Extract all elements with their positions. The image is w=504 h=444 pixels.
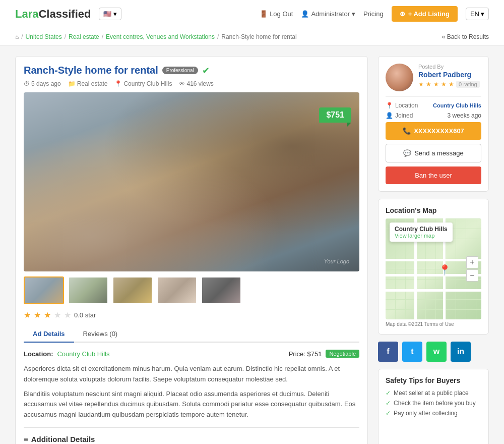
breadcrumb-country[interactable]: United States: [26, 33, 62, 40]
thumb-image-5: [202, 278, 240, 303]
location-label: Location:: [24, 350, 53, 358]
flag-button[interactable]: 🇺🇸 ▾: [99, 8, 121, 20]
location-pin-icon: 📍: [114, 80, 122, 87]
zoom-out-button[interactable]: −: [466, 269, 478, 282]
location-value[interactable]: Country Club Hills: [57, 350, 109, 358]
star-5: ★: [64, 310, 71, 320]
safety-card: Safety Tips for Buyers ✓ Meet seller at …: [378, 369, 489, 444]
sidebar-column: Posted By Robert Padberg ★ ★ ★ ★ ★ 0 rat…: [378, 56, 489, 444]
poster-name[interactable]: Robert Padberg: [418, 71, 480, 79]
map-overlay-box: Country Club Hills View larger map: [390, 223, 453, 242]
tab-reviews[interactable]: Reviews (0): [74, 326, 127, 343]
message-icon: 💬: [403, 149, 411, 157]
star-2: ★: [34, 310, 41, 320]
facebook-icon: f: [387, 347, 389, 356]
rating-row: ★ ★ ★ ★ ★ 0 rating: [418, 81, 480, 88]
chevron-down-icon: ▾: [481, 10, 484, 18]
tab-ad-details[interactable]: Ad Details: [24, 326, 74, 343]
check-icon-2: ✓: [386, 400, 391, 407]
posted-by-label: Posted By: [418, 64, 480, 70]
breadcrumb-subcategory[interactable]: Event centres, Venues and Workstations: [106, 33, 215, 40]
description-p2: Blanditiis voluptatum nesciunt sint magn…: [24, 389, 359, 420]
star-1: ★: [24, 310, 31, 320]
location-price-row: Location: Country Club Hills Price: $751…: [24, 350, 359, 358]
logo-classified: Classified: [38, 8, 91, 21]
home-icon[interactable]: ⌂: [15, 33, 19, 40]
thumbnail-3[interactable]: [112, 276, 153, 304]
thumb-image-1: [25, 278, 63, 303]
listing-description: Asperiores dicta sit et exercitationem m…: [24, 364, 359, 420]
location-info-label: 📍 Location: [386, 102, 418, 109]
twitter-icon: t: [411, 347, 413, 356]
negotiable-badge: Negotiable: [326, 350, 359, 358]
logout-link[interactable]: 🚪 Log Out: [260, 10, 293, 18]
rating-star-2: ★: [426, 81, 431, 88]
price-row: Price: $751 Negotiable: [289, 350, 359, 358]
main-image-inner: [24, 92, 359, 271]
meta-location: 📍 Country Club Hills: [114, 80, 172, 87]
phone-button[interactable]: 📞 XXXXXXXXX607: [386, 122, 481, 140]
pin-icon: 📍: [386, 102, 393, 109]
folder-icon: 📁: [68, 80, 76, 87]
rating-star-3: ★: [433, 81, 439, 88]
pricing-link[interactable]: Pricing: [363, 10, 384, 18]
poster-card: Posted By Robert Padberg ★ ★ ★ ★ ★ 0 rat…: [378, 56, 489, 192]
twitter-share-button[interactable]: t: [402, 342, 422, 362]
map-larger-link[interactable]: View larger map: [395, 233, 448, 239]
star-text: 0.0 star: [74, 311, 96, 319]
tabs: Ad Details Reviews (0): [24, 326, 359, 343]
ban-button[interactable]: Ban the user: [386, 166, 481, 184]
safety-item-2: ✓ Check the item before you buy: [386, 400, 481, 407]
thumbnail-4[interactable]: [157, 276, 197, 304]
price-amount: Price: $751: [289, 350, 322, 358]
watermark-section: YenVn.Com: [386, 421, 481, 444]
map-title: Location's Map: [386, 206, 481, 214]
thumb-image-4: [158, 278, 196, 303]
plus-icon: ⊕: [400, 10, 405, 18]
star-3: ★: [44, 310, 51, 320]
map-zoom-controls: + −: [466, 256, 478, 282]
message-button[interactable]: 💬 Send a message: [386, 144, 481, 162]
safety-item-1: ✓ Meet seller at a public place: [386, 390, 481, 397]
joined-info-label: 👤 Joined: [386, 112, 413, 119]
zoom-in-button[interactable]: +: [466, 256, 478, 268]
logo: Lara Classified: [15, 8, 91, 21]
map-overlay-title: Country Club Hills: [395, 226, 448, 233]
main-image-wrap: $751 Your Logo: [24, 92, 359, 271]
joined-info-value: 3 weeks ago: [448, 112, 481, 119]
rating-star-5: ★: [449, 81, 454, 88]
thumbnail-2[interactable]: [68, 276, 108, 304]
rating-star-1: ★: [418, 81, 424, 88]
facebook-share-button[interactable]: f: [378, 342, 398, 362]
meta-views: 👁 416 views: [179, 80, 213, 87]
map-road-h3: [386, 289, 481, 292]
admin-link[interactable]: 👤 Administrator ▾: [301, 10, 355, 18]
menu-icon: ≡: [24, 435, 28, 443]
page-wrapper: Ranch-Style home for rental Professional…: [0, 46, 504, 444]
map-footer: Map data ©2021 Terms of Use: [386, 321, 481, 327]
thumbnails: [24, 276, 359, 304]
thumbnail-1[interactable]: [24, 276, 64, 304]
breadcrumb-category[interactable]: Real estate: [69, 33, 99, 40]
breadcrumb: ⌂ / United States / Real estate / Event …: [0, 28, 504, 46]
flag-emoji: 🇺🇸: [103, 10, 111, 18]
check-icon-1: ✓: [386, 390, 391, 397]
rating-star-4: ★: [441, 81, 447, 88]
image-watermark: Your Logo: [324, 258, 349, 264]
language-button[interactable]: EN ▾: [466, 8, 489, 20]
poster-info: Posted By Robert Padberg ★ ★ ★ ★ ★ 0 rat…: [418, 64, 480, 88]
check-icon-3: ✓: [386, 410, 391, 417]
posted-by-row: Posted By Robert Padberg ★ ★ ★ ★ ★ 0 rat…: [386, 64, 481, 91]
map-container[interactable]: Country Club Hills View larger map 📍 + −: [386, 218, 481, 319]
back-to-results-link[interactable]: « Back to Results: [442, 33, 489, 40]
additional-details-label: Additional Details: [31, 435, 95, 443]
whatsapp-share-button[interactable]: w: [426, 342, 447, 362]
linkedin-share-button[interactable]: in: [451, 342, 471, 362]
meta-date: ⏱ 5 days ago: [24, 80, 61, 87]
thumbnail-5[interactable]: [201, 276, 241, 304]
add-listing-button[interactable]: ⊕ + Add Listing: [392, 6, 458, 22]
listing-title: Ranch-Style home for rental: [24, 65, 158, 76]
star-4: ★: [54, 310, 61, 320]
user-icon: 👤: [301, 10, 309, 18]
description-p1: Asperiores dicta sit et exercitationem m…: [24, 364, 359, 385]
